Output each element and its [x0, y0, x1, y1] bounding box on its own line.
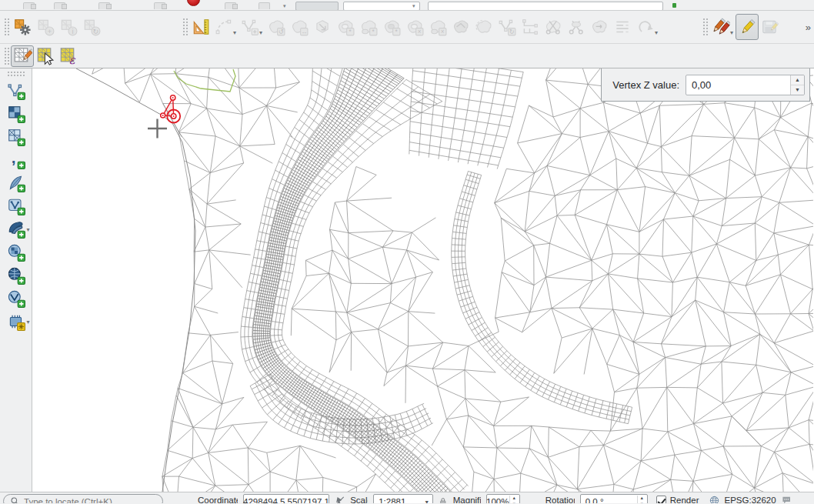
coordinate-box[interactable]: 4298494.5,5507197.1: [243, 494, 329, 503]
clipped-input[interactable]: [428, 2, 663, 11]
add-wms-layer-button[interactable]: [3, 241, 29, 264]
spin-down-icon[interactable]: ▼: [638, 502, 646, 504]
locate-input[interactable]: [24, 497, 147, 504]
dropdown-caret-icon[interactable]: ▾: [27, 226, 32, 233]
spin-down-icon[interactable]: ▼: [791, 85, 804, 95]
vertex-z-spin-buttons[interactable]: ▲ ▼: [790, 75, 804, 95]
split-features-button[interactable]: [542, 14, 565, 40]
clipped-input[interactable]: [343, 2, 420, 11]
add-vector-layer-button[interactable]: [3, 79, 29, 102]
vertex-tool-button[interactable]: ↻: [495, 14, 519, 40]
add-part-icon: *: [359, 18, 378, 36]
add-raster-layer-button[interactable]: [3, 102, 29, 125]
digitize-mesh-elements-button[interactable]: [11, 45, 34, 67]
mesh-options-button[interactable]: [11, 14, 34, 40]
rotation-spinbox[interactable]: 0.0 ° ▲▼: [580, 494, 648, 503]
messages-icon[interactable]: [782, 495, 791, 503]
digitize-curve-button[interactable]: [212, 14, 235, 40]
move-feature-button[interactable]: ↔: [288, 14, 311, 40]
add-mesh-layer-icon: [7, 128, 25, 146]
add-mesh-layer-button[interactable]: [3, 125, 29, 149]
delete-ring-button[interactable]: ×: [403, 14, 426, 40]
spin-up-icon[interactable]: ▲: [510, 496, 519, 502]
clipped-combobox[interactable]: [295, 2, 339, 11]
add-sensorthings-layer-icon: [7, 312, 25, 331]
dropdown-caret-icon[interactable]: ▾: [283, 3, 286, 9]
render-checkbox[interactable]: [656, 496, 666, 503]
extents-toggle-icon[interactable]: [335, 495, 345, 503]
spin-up-icon[interactable]: ▲: [638, 496, 646, 502]
toolbar-top-clipped: ▾ ▾: [0, 0, 814, 11]
split-parts-button[interactable]: [565, 14, 588, 40]
spin-up-icon[interactable]: ▲: [791, 75, 804, 85]
spin-buttons[interactable]: ▲▼: [637, 496, 646, 503]
toolbar-handle[interactable]: [702, 17, 708, 37]
toggle-editing-button[interactable]: [736, 14, 759, 40]
spin-down-icon[interactable]: ▼: [510, 502, 519, 504]
toolbar-handle[interactable]: [3, 46, 9, 66]
vertex-z-label: Vertex Z value:: [612, 79, 679, 91]
dropdown-caret-icon[interactable]: ▾: [412, 3, 415, 9]
map-canvas[interactable]: Vertex Z value: ▲ ▼: [32, 68, 814, 492]
save-layer-edits-button[interactable]: [759, 14, 782, 40]
reshape-button[interactable]: [449, 14, 472, 40]
toolbar-handle[interactable]: [182, 17, 188, 37]
add-point-cloud-layer-button[interactable]: ▾: [3, 218, 29, 241]
fill-ring-button[interactable]: *: [380, 14, 403, 40]
crs-globe-icon[interactable]: [709, 495, 720, 503]
current-edits-button[interactable]: [709, 14, 732, 40]
fill-ring-icon: *: [382, 18, 401, 36]
add-vector-layer-icon: [7, 82, 25, 100]
scale-value: 1:2881: [379, 497, 405, 504]
rotate-point-symbols-button[interactable]: [634, 14, 657, 40]
add-sensorthings-layer-button[interactable]: ▾: [3, 310, 29, 333]
delete-part-button[interactable]: ×: [426, 14, 449, 40]
offset-curve-button[interactable]: [472, 14, 495, 40]
trim-extend-button[interactable]: [519, 14, 542, 40]
coordinate-label: Coordinate: [198, 494, 238, 503]
add-ring-button[interactable]: *: [334, 14, 357, 40]
add-wcs-layer-icon: [7, 266, 25, 285]
clipped-badge-icon: [31, 4, 36, 9]
spin-buttons[interactable]: ▲▼: [509, 496, 519, 503]
add-virtual-layer-button[interactable]: [3, 195, 29, 218]
mesh-layer-graphic: [32, 68, 813, 492]
svg-text:×: ×: [441, 28, 445, 35]
clipped-toolbar-button[interactable]: [259, 2, 270, 9]
vertex-z-input[interactable]: [686, 75, 805, 95]
add-spatialite-layer-button[interactable]: [3, 172, 29, 195]
stream-digitize-button[interactable]: [239, 14, 262, 40]
mesh-add-button[interactable]: +: [34, 14, 57, 40]
mesh-layer-toolbar: +i↻: [2, 11, 103, 43]
toolbar-handle[interactable]: [3, 17, 9, 37]
svg-text:ε: ε: [68, 53, 75, 65]
add-part-button[interactable]: *: [357, 14, 380, 40]
mesh-info-button[interactable]: i: [57, 14, 80, 40]
simplify-feature-icon: [313, 18, 332, 36]
transform-mesh-vertices-button[interactable]: ε: [57, 45, 80, 67]
delete-ring-icon: ×: [405, 18, 424, 36]
scale-combobox[interactable]: 1:2881 ▼: [373, 494, 433, 503]
combo-caret-icon[interactable]: ▼: [424, 499, 429, 503]
toolbar-overflow-chevrons-icon[interactable]: »: [806, 22, 810, 33]
magnifier-spinbox[interactable]: 100% ▲▼: [486, 494, 520, 503]
select-mesh-elements-button[interactable]: [34, 45, 57, 67]
cad-tools-button[interactable]: [189, 14, 212, 40]
mesh-reload-button[interactable]: ↻: [80, 14, 103, 40]
lock-scale-icon[interactable]: [439, 496, 448, 503]
simplify-feature-button[interactable]: [311, 14, 334, 40]
add-delimited-text-layer-icon: ,: [7, 151, 25, 169]
merge-attributes-button[interactable]: [611, 14, 634, 40]
rotate-feature-button[interactable]: ↺: [265, 14, 288, 40]
add-delimited-text-layer-button[interactable]: ,: [3, 149, 29, 172]
add-wfs-layer-button[interactable]: [3, 287, 29, 310]
add-virtual-layer-icon: [7, 197, 25, 215]
crs-label: EPSG:32620: [724, 494, 776, 503]
dropdown-caret-icon[interactable]: ▾: [27, 319, 32, 325]
toolbar-handle[interactable]: [7, 71, 25, 77]
locate-search-box[interactable]: [3, 494, 163, 503]
vertex-z-spinbox[interactable]: ▲ ▼: [686, 75, 805, 95]
rotation-label: Rotation: [545, 494, 575, 503]
add-wcs-layer-button[interactable]: [3, 264, 29, 287]
merge-features-button[interactable]: [588, 14, 611, 40]
